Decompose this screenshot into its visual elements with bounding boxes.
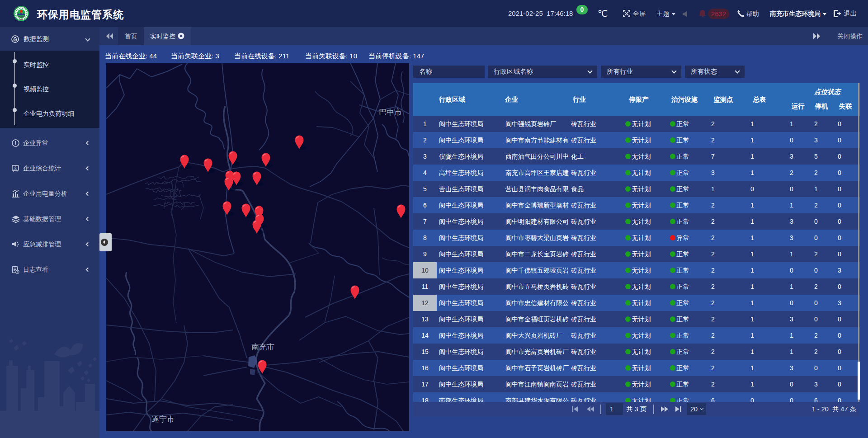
svg-text:文: 文	[14, 166, 18, 170]
svg-text:巴中市: 巴中市	[379, 108, 402, 117]
svg-text:遂宁市: 遂宁市	[151, 415, 175, 424]
svg-text:南充市: 南充市	[251, 343, 274, 351]
